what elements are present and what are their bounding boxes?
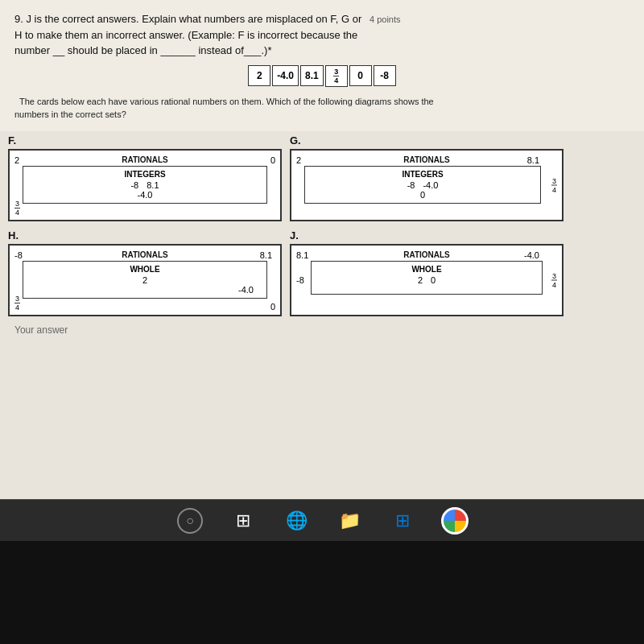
diagram-F: F. RATIONALS 2 0 INTEGERS -8 8.1 -4.0 34 [8, 134, 282, 221]
diagram-F-tr: 0 [270, 155, 275, 165]
diagram-F-bl: 34 [14, 200, 20, 217]
diagram-F-label: F. [8, 134, 282, 147]
diagram-J-outer-label: RATIONALS [296, 250, 557, 259]
diagram-J-right-frac: 34 [551, 271, 557, 288]
taskbar: ○ ⊞ 🌐 📁 ⊞ [0, 499, 644, 644]
diagram-H-tr: 8.1 [260, 250, 272, 260]
diagram-G-inner-numbers: -8 -4.0 [310, 180, 535, 190]
diagram-F-outer-label: RATIONALS [14, 155, 275, 164]
taskbar-files-icon[interactable]: 📁 [335, 506, 364, 535]
problem-description: The cards below each have various ration… [14, 95, 630, 122]
question-header: 9. J is the correct answers. Explain wha… [14, 11, 630, 59]
diagram-G-outer: RATIONALS 2 8.1 34 INTEGERS -8 -4.0 0 [290, 149, 564, 221]
diagram-F-inner-label: INTEGERS [28, 170, 262, 179]
diagram-H-2: 2 [142, 275, 147, 285]
diagram-G-neg40: -4.0 [423, 180, 438, 190]
diagram-H-inner: WHOLE 2 -4.0 [23, 261, 267, 299]
diagram-F-tl: 2 [14, 155, 19, 165]
diagram-J-inner-numbers: 2 0 [316, 275, 537, 285]
diagram-G-0: 0 [310, 190, 535, 200]
question-area: 9. J is the correct answers. Explain wha… [0, 0, 644, 131]
diagram-G-tr: 8.1 [527, 155, 539, 165]
diagram-F-outer: RATIONALS 2 0 INTEGERS -8 8.1 -4.0 34 [8, 149, 282, 221]
card-2: 2 [248, 65, 270, 86]
diagram-G-right-frac: 34 [551, 176, 557, 193]
diagram-J-inner: WHOLE 2 0 [311, 261, 543, 295]
card-81: 8.1 [300, 65, 324, 86]
diagram-J-left: -8 [296, 275, 304, 285]
diagrams-area: F. RATIONALS 2 0 INTEGERS -8 8.1 -4.0 34 [0, 134, 644, 316]
diagram-H-0: 0 [270, 302, 275, 312]
diagram-F-81: 8.1 [147, 180, 159, 190]
diagram-J-inner-label: WHOLE [316, 265, 537, 274]
diagram-H-outer: RATIONALS -8 8.1 WHOLE 2 -4.0 34 0 [8, 244, 282, 316]
diagram-G-label: G. [290, 134, 564, 147]
diagram-J-tl: 8.1 [296, 250, 308, 260]
taskbar-store-icon[interactable]: ⊞ [388, 506, 417, 535]
diagram-H: H. RATIONALS -8 8.1 WHOLE 2 -4.0 34 0 [8, 229, 282, 316]
card-neg40: -4.0 [272, 65, 299, 86]
taskbar-bar: ○ ⊞ 🌐 📁 ⊞ [0, 499, 644, 541]
card-34: 3 4 [325, 65, 348, 87]
question-text-line3: number __ should be placed in ______ ins… [14, 44, 271, 56]
diagram-H-inner-numbers: 2 [28, 275, 262, 285]
diagram-J-label: J. [290, 229, 564, 242]
fraction-34: 3 4 [333, 68, 339, 85]
question-text-line1: J is the correct answers. Explain what n… [26, 13, 361, 25]
diagram-G-tl: 2 [296, 155, 301, 165]
your-answer-label: Your answer [0, 316, 644, 344]
card-row: 2 -4.0 8.1 3 4 0 -8 [14, 65, 630, 87]
card-neg8: -8 [374, 65, 396, 86]
diagram-J-outer: RATIONALS 8.1 -4.0 -8 34 WHOLE 2 0 [290, 244, 564, 316]
diagram-H-outer-label: RATIONALS [14, 250, 275, 259]
taskbar-edge-icon[interactable]: 🌐 [282, 506, 311, 535]
diagram-G-outer-label: RATIONALS [296, 155, 557, 164]
taskbar-chrome-icon[interactable] [441, 507, 469, 535]
diagram-G: G. RATIONALS 2 8.1 34 INTEGERS -8 -4.0 0 [290, 134, 564, 221]
card-0: 0 [349, 65, 372, 86]
diagram-F-inner: INTEGERS -8 8.1 -4.0 [23, 166, 267, 204]
diagram-H-neg40: -4.0 [28, 285, 262, 295]
taskbar-search-icon[interactable]: ⊞ [229, 506, 258, 535]
diagram-G-neg8: -8 [407, 180, 415, 190]
diagram-F-inner-numbers: -8 8.1 [28, 180, 262, 190]
taskbar-dark-area [0, 541, 644, 644]
diagram-H-inner-label: WHOLE [28, 265, 262, 274]
taskbar-windows-icon[interactable]: ○ [175, 506, 204, 535]
windows-circle[interactable]: ○ [177, 508, 203, 534]
diagram-G-inner-label: INTEGERS [310, 170, 535, 179]
diagram-H-label: H. [8, 229, 282, 242]
question-number: 9. [14, 13, 23, 25]
diagram-G-inner: INTEGERS -8 -4.0 0 [304, 166, 541, 204]
screen: 9. J is the correct answers. Explain wha… [0, 0, 644, 499]
diagram-F-neg8: -8 [130, 180, 138, 190]
diagram-J-2: 2 [418, 275, 423, 285]
diagram-H-tl: -8 [14, 250, 23, 260]
points-label: 4 points [369, 14, 401, 24]
question-text-line2: H to make them an incorrect answer. (Exa… [14, 29, 357, 41]
diagram-J-0: 0 [431, 275, 436, 285]
diagram-F-neg40: -4.0 [28, 190, 262, 200]
diagram-J: J. RATIONALS 8.1 -4.0 -8 34 WHOLE 2 0 [290, 229, 564, 316]
diagram-J-tr: -4.0 [524, 250, 539, 260]
diagram-H-bl: 34 [14, 295, 20, 312]
